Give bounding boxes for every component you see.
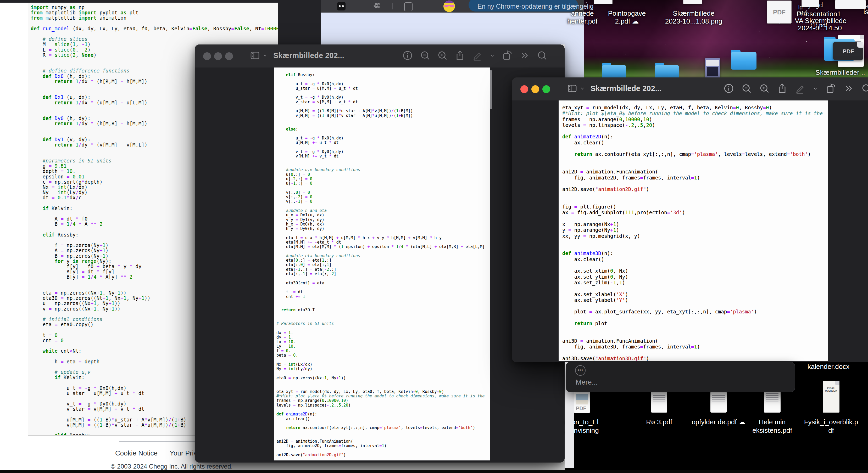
zoom-in-icon[interactable] — [437, 50, 448, 61]
chrome-toolbar: En ny Chrome-opdatering er tilgængelig ⋮ — [321, 0, 584, 12]
minimize-button[interactable] — [531, 85, 539, 93]
pdf-file-icon[interactable]: PDF — [767, 1, 792, 24]
side-panel-icon[interactable] — [404, 2, 412, 11]
markup-icon[interactable] — [794, 83, 806, 94]
folder-icon[interactable] — [731, 50, 756, 70]
file-thumbnail-icon[interactable] — [802, 0, 819, 7]
sidebar-toggle[interactable] — [567, 83, 585, 94]
toolbar-icons — [402, 50, 548, 61]
search-icon[interactable] — [536, 50, 548, 61]
chevrons-right-icon[interactable] — [843, 83, 855, 94]
desktop-icon-label[interactable]: kalender.docx — [808, 363, 849, 371]
preview-content: elif Rossby: u_t = -g * Dx0(h,dx) u_star… — [195, 67, 565, 463]
desktop-icon-label[interactable]: 2024-0...14.50 — [798, 24, 842, 32]
file-thumbnail-icon[interactable] — [683, 0, 702, 4]
pdf-thumbnail-icon[interactable]: PDF — [833, 42, 863, 60]
scrollbar[interactable] — [490, 70, 492, 109]
rotate-icon[interactable] — [825, 83, 837, 94]
titlebar[interactable]: Skærmbillede 202... — [195, 44, 565, 68]
zoom-in-icon[interactable] — [758, 83, 770, 94]
desktop-icon-label[interactable]: Skærmbilleder .. — [815, 69, 865, 77]
electrodynamics-book-icon[interactable] — [705, 58, 720, 78]
desktop-icon-label[interactable]: Skærmbillede — [673, 9, 715, 18]
preview-content: eta_xyt = run_model(dx, dy, Lx, Ly, eta0… — [512, 100, 868, 362]
desktop-icon-label[interactable]: 2023-10...1.08.png — [665, 17, 722, 25]
titlebar[interactable]: Skærmbillede 202... — [512, 77, 868, 101]
close-button[interactable] — [203, 52, 211, 60]
info-icon[interactable] — [402, 50, 413, 61]
chrome-page-area — [321, 12, 584, 44]
desktop-icon-label[interactable]: Rø 3.pdf — [646, 418, 672, 426]
document-icon[interactable] — [710, 392, 727, 412]
desktop-screen: import numpy as np from matplotlib impor… — [0, 0, 868, 473]
toolbar-separator — [392, 3, 393, 9]
zoom-button[interactable] — [542, 85, 550, 93]
desktop-icon-label[interactable]: annede — [571, 9, 594, 18]
chevrons-right-icon[interactable] — [519, 50, 530, 61]
cookie-notice-link[interactable]: Cookie Notice — [115, 449, 158, 457]
share-icon[interactable] — [454, 50, 466, 61]
document-icon[interactable] — [651, 392, 667, 412]
window-title: Skærmbillede 202... — [273, 51, 344, 60]
minimize-button[interactable] — [214, 52, 222, 60]
chevron-small-icon[interactable] — [812, 85, 819, 92]
rotate-icon[interactable] — [501, 50, 513, 61]
chevron-down-icon — [262, 53, 268, 58]
desktop-icon-label[interactable]: df — [828, 427, 834, 435]
file-thumbnail-icon[interactable] — [594, 0, 613, 4]
chevron-small-icon[interactable] — [489, 52, 496, 59]
preview-window-middle[interactable]: Skærmbillede 202... elif Rossby: u_t = -… — [195, 44, 565, 463]
screen-bottom-edge — [0, 470, 868, 473]
info-icon[interactable] — [723, 83, 735, 94]
screenshot-python-code: eta_xyt = run_model(dx, dy, Lx, Ly, eta0… — [562, 105, 828, 361]
kebab-menu-icon[interactable]: ⋮ — [566, 2, 573, 10]
extensions-puzzle-icon[interactable] — [372, 2, 381, 10]
search-icon[interactable] — [861, 83, 868, 94]
file-thumbnail-icon[interactable] — [835, 0, 866, 9]
screenshot-python-code: elif Rossby: u_t = -g * Dx0(h,dx) u_star… — [276, 73, 489, 460]
zoom-out-icon[interactable] — [419, 50, 431, 61]
chrome-update-button[interactable]: En ny Chrome-opdatering er tilgængelig ⋮ — [469, 0, 578, 11]
window-title: Skærmbillede 202... — [591, 84, 661, 93]
footer-divider — [119, 441, 195, 442]
more-label[interactable]: Mere... — [576, 378, 598, 386]
preview-window-right[interactable]: Skærmbillede 202... eta_xyt = run_model(… — [512, 77, 868, 362]
share-icon[interactable] — [776, 83, 788, 94]
screenshot-image: elif Rossby: u_t = -g * Dx0(h,dx) u_star… — [274, 67, 490, 461]
desktop-icon-label[interactable]: is — [864, 8, 868, 16]
chrome-page-sliver — [565, 44, 584, 77]
close-button[interactable] — [520, 85, 528, 93]
desktop-icon-label[interactable]: 2.pdf ☁ — [615, 17, 639, 25]
fysik-book-icon[interactable]: FYSIK I OVERBLIK — [823, 381, 839, 412]
window-top-edge — [0, 0, 278, 3]
desktop-icon-label[interactable]: Pointopgave — [608, 9, 646, 18]
more-popup[interactable]: ••• Mere... — [566, 362, 795, 392]
privacy-link[interactable]: Your Priv — [169, 449, 197, 457]
desktop-icon-label[interactable]: eksistens.pdf — [752, 427, 792, 435]
desktop-icon-label[interactable]: Fysik_i_overblik.p — [804, 418, 858, 426]
ellipsis-icon[interactable]: ••• — [575, 365, 586, 376]
pdf-photo-icon[interactable]: PDF — [574, 392, 590, 413]
zoom-out-icon[interactable] — [741, 83, 752, 94]
zoom-button[interactable] — [225, 52, 233, 60]
desktop-icon-label[interactable]: henter.pdf — [567, 17, 598, 25]
desktop-icon-label[interactable]: opfylder de.pdf ☁ — [691, 418, 745, 426]
chrome-window-edge — [278, 0, 321, 44]
markup-icon[interactable] — [471, 50, 483, 61]
favicon-icon[interactable] — [337, 2, 345, 10]
profile-avatar[interactable] — [443, 1, 455, 12]
copyright-text: © 2003-2024 Chegg Inc. All rights reserv… — [111, 463, 233, 470]
screenshot-image: eta_xyt = run_model(dx, dy, Lx, Ly, eta0… — [559, 100, 828, 361]
update-pill-label: En ny Chrome-opdatering er tilgængelig — [477, 3, 593, 10]
sidebar-toggle[interactable] — [250, 50, 268, 61]
chevron-down-icon — [580, 86, 585, 91]
toolbar-icons — [723, 83, 868, 94]
desktop-icon-label[interactable]: Hele min — [759, 418, 786, 426]
